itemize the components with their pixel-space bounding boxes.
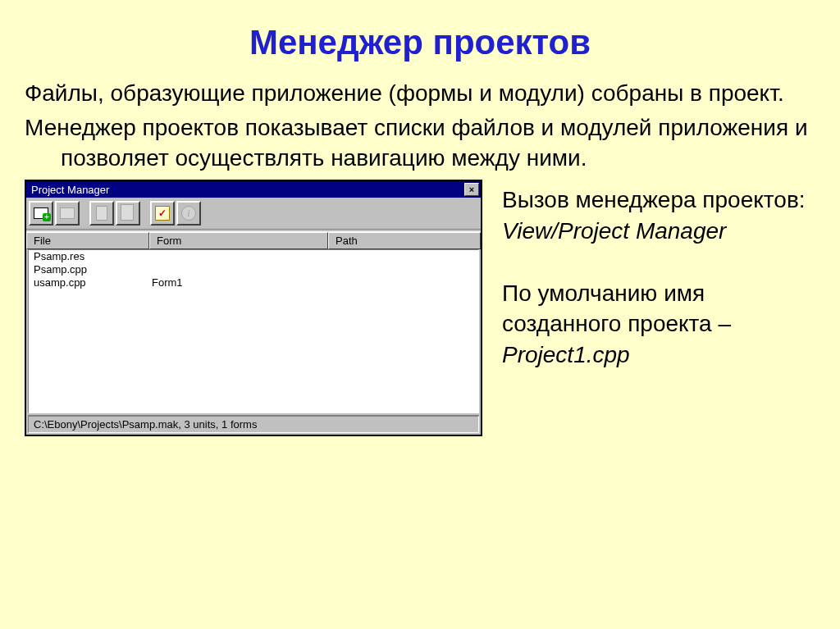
cell-file: Psamp.cpp	[30, 263, 152, 276]
remove-file-button[interactable]	[55, 201, 80, 226]
header-file[interactable]: File	[26, 232, 149, 249]
slide-title: Менеджер проектов	[25, 23, 815, 62]
column-headers: File Form Path	[26, 231, 481, 249]
list-item[interactable]: usamp.cpp Form1	[29, 276, 478, 289]
view-unit-button[interactable]	[89, 201, 114, 226]
header-form[interactable]: Form	[149, 232, 328, 249]
cell-form	[152, 263, 331, 276]
header-path[interactable]: Path	[328, 232, 481, 249]
document-icon	[96, 206, 107, 221]
help-button[interactable]: i	[176, 201, 201, 226]
side-text-1: Вызов менеджера проектов:	[502, 187, 806, 212]
cell-form: Form1	[152, 276, 331, 289]
checklist-icon: ✓	[155, 206, 170, 221]
cell-file: Psamp.res	[30, 250, 152, 263]
side-text-1-ital: View/Project Manager	[502, 218, 726, 244]
cell-form	[152, 250, 331, 263]
close-icon: ×	[469, 185, 474, 194]
documents-icon	[122, 206, 134, 221]
help-icon: i	[181, 206, 196, 221]
paragraph-1: Файлы, образующие приложение (формы и мо…	[25, 79, 815, 108]
titlebar-text: Project Manager	[31, 184, 464, 196]
cell-path	[331, 276, 477, 289]
status-text: C:\Ebony\Projects\Psamp.mak, 3 units, 1 …	[28, 416, 479, 433]
cell-path	[331, 250, 477, 263]
cell-path	[331, 263, 477, 276]
list-item[interactable]: Psamp.res	[29, 250, 478, 263]
project-manager-window: Project Manager ×	[25, 180, 482, 436]
view-form-button[interactable]	[116, 201, 140, 226]
cell-file: usamp.cpp	[30, 276, 152, 289]
side-text-2-ital: Project1.cpp	[502, 342, 630, 367]
titlebar[interactable]: Project Manager ×	[26, 181, 481, 198]
folder-plus-icon	[34, 207, 48, 219]
folder-minus-icon	[60, 207, 75, 219]
side-text-2: По умолчанию имя созданного проекта –	[502, 280, 731, 337]
options-button[interactable]: ✓	[150, 201, 175, 226]
add-file-button[interactable]	[29, 201, 53, 226]
close-button[interactable]: ×	[464, 183, 479, 196]
paragraph-2: Менеджер проектов показывает списки файл…	[25, 113, 815, 173]
toolbar: ✓ i	[26, 198, 481, 230]
status-bar: C:\Ebony\Projects\Psamp.mak, 3 units, 1 …	[28, 415, 479, 433]
side-text: Вызов менеджера проектов: View/Project M…	[502, 180, 815, 371]
file-list[interactable]: Psamp.res Psamp.cpp usamp.cpp Form1	[28, 249, 479, 413]
list-item[interactable]: Psamp.cpp	[29, 263, 478, 276]
